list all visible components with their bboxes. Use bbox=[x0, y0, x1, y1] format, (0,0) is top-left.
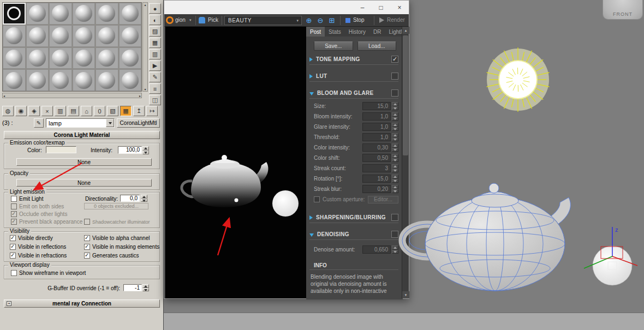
material-slot[interactable] bbox=[26, 25, 49, 47]
render-canvas[interactable] bbox=[165, 27, 306, 298]
section-sharpening-blurring[interactable]: SHARPENING/BLURRING bbox=[309, 213, 398, 223]
aperture-editor-button[interactable]: Editor... bbox=[368, 196, 398, 203]
material-slot[interactable] bbox=[26, 69, 49, 91]
emit-both-sides-row[interactable]: Emit on both sides bbox=[11, 203, 64, 210]
exclude-objects-button[interactable]: 0 objects excluded... bbox=[84, 203, 148, 209]
sample-type-icon[interactable]: ● bbox=[149, 3, 161, 14]
go-forward-icon[interactable]: ↦ bbox=[146, 106, 158, 116]
save-button[interactable]: Save... bbox=[314, 41, 353, 51]
vfb-tab[interactable]: Post bbox=[306, 27, 325, 37]
denoise-amount-value[interactable]: 0,650 bbox=[362, 245, 391, 254]
visibility-checkbox[interactable] bbox=[84, 244, 90, 250]
scroll-thumb[interactable] bbox=[403, 35, 408, 155]
field-value[interactable]: 15,0 bbox=[362, 175, 391, 183]
corona-region-icon[interactable] bbox=[166, 16, 174, 24]
zoom-out-icon[interactable]: ⊖ bbox=[315, 16, 325, 25]
material-slot[interactable] bbox=[3, 25, 26, 47]
field-value[interactable]: 15,0 bbox=[362, 102, 391, 110]
scroll-right-icon[interactable]: ▸ bbox=[139, 94, 141, 98]
material-slot[interactable] bbox=[49, 47, 72, 69]
sample-uv-tiling-icon[interactable]: ▦ bbox=[149, 38, 161, 48]
visibility-row[interactable]: Visible directly bbox=[10, 235, 84, 242]
render-channel-dropdown[interactable]: BEAUTY ▾ bbox=[224, 16, 302, 25]
make-preview-icon[interactable]: ▶ bbox=[149, 61, 161, 71]
chevron-down-icon[interactable] bbox=[106, 119, 114, 127]
field-value[interactable]: 3 bbox=[362, 164, 391, 172]
emit-light-row[interactable]: Emit Light bbox=[11, 195, 43, 202]
emit-light-checkbox[interactable] bbox=[11, 196, 17, 202]
close-button[interactable]: × bbox=[390, 1, 409, 14]
scroll-up-icon[interactable]: ▴ bbox=[144, 3, 146, 7]
stop-button[interactable]: Stop bbox=[353, 17, 365, 23]
field-spinner[interactable] bbox=[392, 164, 398, 172]
shadowcatcher-checkbox[interactable] bbox=[84, 219, 90, 225]
directionality-value[interactable]: 0,0 bbox=[120, 195, 140, 202]
material-slot[interactable] bbox=[96, 69, 118, 91]
get-material-icon[interactable]: ◍ bbox=[2, 106, 14, 116]
field-value[interactable]: 0,20 bbox=[362, 185, 391, 193]
vfb-tab[interactable]: History bbox=[345, 27, 369, 37]
select-by-material-icon[interactable]: ≡ bbox=[149, 83, 161, 94]
slots-horizontal-scrollbar[interactable]: ◂ ▸ bbox=[2, 93, 142, 98]
material-slot[interactable] bbox=[49, 69, 72, 91]
prevent-black-checkbox[interactable] bbox=[11, 219, 17, 225]
section-tone-mapping[interactable]: TONE MAPPING bbox=[309, 55, 398, 65]
visibility-row[interactable]: Generates caustics bbox=[84, 252, 158, 259]
material-slot[interactable] bbox=[119, 69, 142, 91]
show-wireframe-checkbox[interactable] bbox=[11, 270, 17, 276]
intensity-spinner[interactable] bbox=[142, 146, 149, 154]
bloom-checkbox[interactable] bbox=[391, 89, 398, 97]
visibility-checkbox[interactable] bbox=[10, 253, 16, 259]
section-lut[interactable]: LUT bbox=[309, 72, 398, 82]
scroll-up-icon[interactable]: ▴ bbox=[402, 27, 409, 34]
emission-texmap-button[interactable]: None bbox=[16, 158, 152, 166]
background-icon[interactable]: ▨ bbox=[149, 26, 161, 37]
occlude-other-lights-checkbox[interactable] bbox=[11, 211, 17, 217]
material-slot[interactable] bbox=[96, 25, 118, 47]
material-slot[interactable] bbox=[73, 25, 96, 47]
assign-material-to-selection-icon[interactable]: ◈ bbox=[28, 106, 40, 116]
field-spinner[interactable] bbox=[392, 154, 398, 162]
section-denoising[interactable]: DENOISING bbox=[309, 230, 398, 240]
opacity-texmap-button[interactable]: None bbox=[16, 179, 152, 187]
vfb-tab[interactable]: DR bbox=[369, 27, 385, 37]
load-button[interactable]: Load... bbox=[357, 41, 397, 51]
prevent-black-row[interactable]: Prevent black appearance bbox=[11, 218, 82, 225]
material-slot[interactable] bbox=[49, 3, 72, 25]
rollout-mental-ray-connection[interactable]: + mental ray Connection bbox=[4, 299, 160, 308]
material-slot[interactable] bbox=[119, 3, 142, 25]
field-spinner[interactable] bbox=[392, 112, 398, 121]
field-spinner[interactable] bbox=[392, 123, 398, 131]
occlude-other-lights-row[interactable]: Occlude other lights bbox=[11, 211, 67, 218]
field-spinner[interactable] bbox=[392, 185, 398, 193]
make-material-copy-icon[interactable]: ▥ bbox=[55, 106, 66, 116]
material-slot[interactable] bbox=[119, 25, 142, 47]
emission-color-swatch[interactable] bbox=[46, 146, 76, 153]
directionality-spinner[interactable] bbox=[141, 195, 147, 202]
material-slot[interactable] bbox=[119, 47, 142, 69]
visibility-checkbox[interactable] bbox=[84, 253, 90, 259]
rollout-corona-light-material[interactable]: Corona Light Material bbox=[4, 131, 160, 139]
visibility-row[interactable]: Visible in masking elements bbox=[84, 243, 158, 250]
field-spinner[interactable] bbox=[392, 175, 398, 183]
backlight-icon[interactable]: ◐ bbox=[149, 15, 161, 25]
material-slot[interactable] bbox=[96, 47, 118, 69]
reset-map-icon[interactable]: × bbox=[41, 106, 53, 116]
field-value[interactable]: 1,0 bbox=[362, 123, 391, 131]
pick-button[interactable]: Pick bbox=[208, 17, 218, 23]
viewcube[interactable]: FRONT bbox=[603, 0, 643, 20]
material-slot[interactable] bbox=[49, 25, 72, 47]
material-slot[interactable] bbox=[26, 47, 49, 69]
material-slot[interactable] bbox=[73, 3, 96, 25]
field-spinner[interactable] bbox=[392, 133, 398, 141]
visibility-checkbox[interactable] bbox=[84, 235, 90, 241]
material-id-channel-icon[interactable]: 0 bbox=[94, 106, 105, 116]
material-slot[interactable] bbox=[96, 3, 118, 25]
visibility-row[interactable]: Visible in reflections bbox=[10, 243, 84, 250]
section-bloom-and-glare[interactable]: BLOOM AND GLARE bbox=[309, 89, 398, 99]
show-map-in-viewport-icon[interactable]: ▦ bbox=[120, 106, 132, 116]
zoom-region-icon[interactable]: ⊞ bbox=[327, 16, 337, 25]
expand-plus-icon[interactable]: + bbox=[7, 301, 11, 306]
material-name-dropdown[interactable]: lamp bbox=[46, 118, 115, 128]
material-slot[interactable] bbox=[3, 47, 26, 69]
